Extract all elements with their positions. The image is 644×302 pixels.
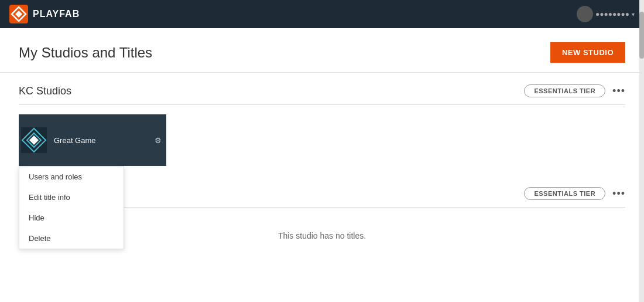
game-card-great-game[interactable]: Great Game ⚙ Users and roles Edit title …: [19, 114, 136, 166]
dropdown-item-delete[interactable]: Delete: [19, 228, 124, 249]
header-right: ●●●●●●●● ▾: [577, 6, 635, 22]
dropdown-item-edit-title[interactable]: Edit title info: [19, 187, 124, 208]
studio-header-right-kc: ESSENTIALS TIER •••: [524, 84, 625, 97]
dropdown-item-users-roles[interactable]: Users and roles: [19, 167, 124, 187]
playfab-logo-icon: [9, 5, 28, 23]
game-logo-svg: [19, 125, 49, 155]
chevron-down-icon: ▾: [632, 11, 635, 18]
game-title-bar: Great Game ⚙: [49, 114, 166, 166]
studio-more-button-kc[interactable]: •••: [612, 86, 625, 96]
dropdown-item-hide[interactable]: Hide: [19, 208, 124, 228]
studio-section-kc: KC Studios ESSENTIALS TIER •••: [0, 73, 644, 175]
studio-name-kc: KC Studios: [19, 85, 71, 97]
logo-container: PLAYFAB: [9, 5, 80, 23]
app-header: PLAYFAB ●●●●●●●● ▾: [0, 0, 644, 28]
game-card-icon: [19, 114, 49, 166]
titles-area-kc: Great Game ⚙ Users and roles Edit title …: [19, 105, 625, 175]
account-menu[interactable]: ●●●●●●●● ▾: [577, 6, 635, 22]
gear-icon[interactable]: ⚙: [155, 136, 162, 145]
studio-more-button-msdocs[interactable]: •••: [612, 188, 625, 199]
page-header: My Studios and Titles NEW STUDIO: [0, 28, 644, 73]
new-studio-button[interactable]: NEW STUDIO: [550, 42, 625, 63]
studio-header-kc: KC Studios ESSENTIALS TIER •••: [19, 73, 625, 105]
game-icon: [19, 114, 49, 166]
main-content: My Studios and Titles NEW STUDIO KC Stud…: [0, 28, 644, 302]
game-title-label: Great Game: [54, 136, 96, 145]
essentials-badge-kc: ESSENTIALS TIER: [524, 84, 605, 97]
card-top: Great Game ⚙: [19, 114, 136, 166]
scrollbar-track[interactable]: [639, 0, 644, 302]
account-label: ●●●●●●●●: [595, 10, 629, 18]
account-avatar: [577, 6, 593, 22]
game-dropdown-menu: Users and roles Edit title info Hide Del…: [19, 166, 124, 249]
studio-header-right-msdocs: ESSENTIALS TIER •••: [524, 187, 625, 200]
essentials-badge-msdocs: ESSENTIALS TIER: [524, 187, 605, 200]
page-title: My Studios and Titles: [19, 45, 152, 61]
logo-text: PLAYFAB: [33, 9, 80, 19]
scrollbar-thumb[interactable]: [639, 12, 644, 59]
